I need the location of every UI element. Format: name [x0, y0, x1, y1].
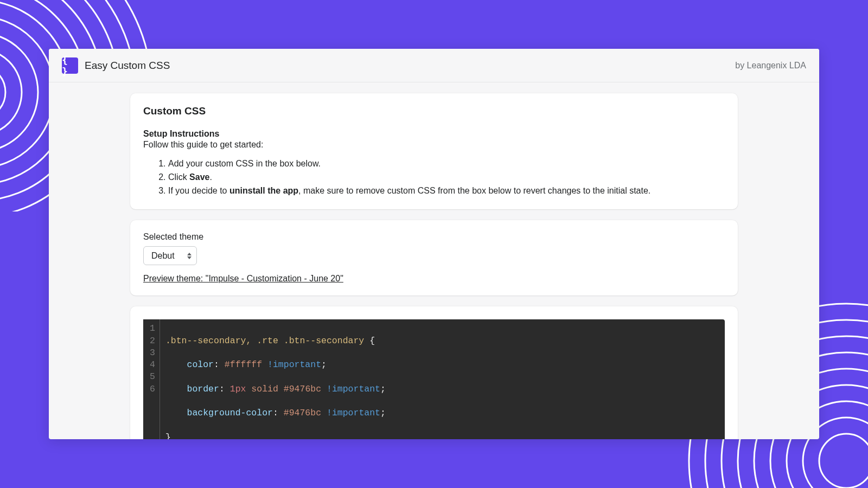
app-window: { } Easy Custom CSS by Leangenix LDA Cus… [49, 49, 819, 439]
editor-code[interactable]: .btn--secondary, .rte .btn--secondary { … [160, 319, 391, 439]
code-card: 1 2 3 4 5 6 .btn--secondary, .rte .btn--… [130, 306, 738, 439]
setup-step-2: Click Save. [168, 171, 725, 184]
css-editor[interactable]: 1 2 3 4 5 6 .btn--secondary, .rte .btn--… [143, 319, 725, 439]
theme-select[interactable]: Debut [143, 246, 197, 265]
card-title: Custom CSS [143, 105, 725, 117]
svg-point-1 [0, 49, 22, 136]
theme-label: Selected theme [143, 232, 725, 242]
step3-suffix: , make sure to remove custom CSS from th… [298, 186, 650, 195]
app-title: Easy Custom CSS [85, 60, 170, 72]
setup-step-3: If you decide to uninstall the app, make… [168, 184, 725, 198]
step2-suffix: . [209, 172, 212, 182]
step3-prefix: If you decide to [168, 186, 229, 195]
app-logo-icon: { } [62, 57, 78, 74]
topbar: { } Easy Custom CSS by Leangenix LDA [49, 49, 819, 82]
setup-lead: Follow this guide to get started: [143, 140, 725, 150]
step3-bold: uninstall the app [229, 186, 298, 195]
step2-bold: Save [189, 172, 209, 182]
setup-step-1: Add your custom CSS in the box below. [168, 157, 725, 171]
byline: by Leangenix LDA [735, 61, 806, 70]
svg-point-3 [0, 16, 54, 168]
theme-card: Selected theme Debut Preview theme: "Imp… [130, 220, 738, 296]
svg-point-0 [0, 65, 5, 119]
instructions-card: Custom CSS Setup Instructions Follow thi… [130, 93, 738, 209]
step2-prefix: Click [168, 172, 189, 182]
setup-steps: Add your custom CSS in the box below. Cl… [143, 157, 725, 197]
preview-theme-link[interactable]: Preview theme: "Impulse - Customization … [143, 274, 343, 284]
svg-point-2 [0, 33, 38, 152]
setup-heading: Setup Instructions [143, 129, 725, 139]
svg-point-10 [819, 434, 868, 488]
editor-gutter: 1 2 3 4 5 6 [143, 319, 160, 439]
